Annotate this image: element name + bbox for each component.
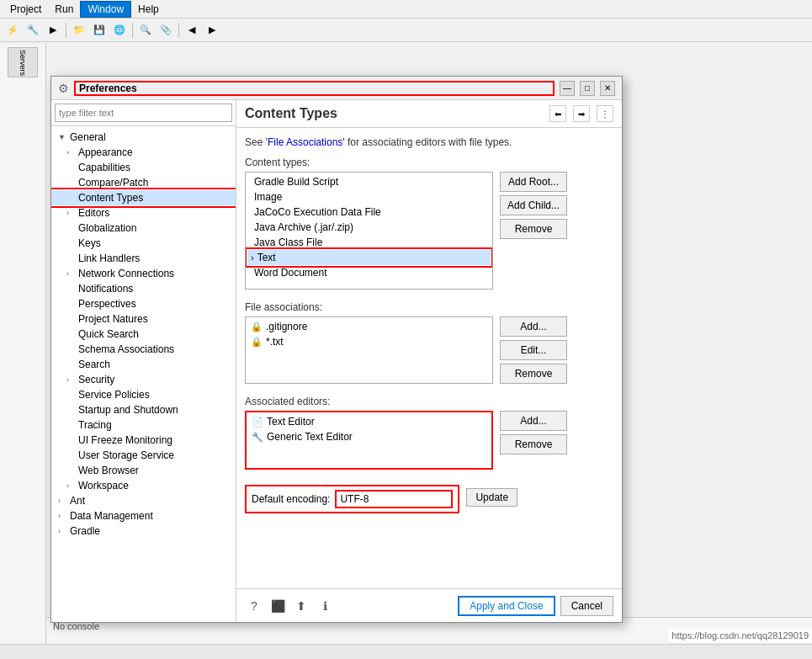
tree-arrow-startup bbox=[66, 406, 77, 414]
tree-label-compare: Compare/Patch bbox=[78, 177, 148, 189]
tree-scroll[interactable]: ▼ General › Appearance Capabilities bbox=[51, 126, 236, 622]
file-assoc-label: File associations: bbox=[245, 301, 613, 313]
tree-item-workspace[interactable]: › Workspace bbox=[51, 478, 236, 493]
dialog-close-btn[interactable]: ✕ bbox=[600, 81, 615, 96]
tree-item-tracing[interactable]: Tracing bbox=[51, 417, 236, 433]
apply-close-btn[interactable]: Apply and Close bbox=[458, 596, 555, 616]
tree-item-capabilities[interactable]: Capabilities bbox=[51, 160, 236, 175]
filter-input[interactable] bbox=[55, 104, 232, 122]
list-item-gitignore[interactable]: 🔒 .gitignore bbox=[247, 319, 491, 334]
add-assoc-btn[interactable]: Add... bbox=[500, 316, 567, 337]
toolbar-btn-1[interactable]: ⚡ bbox=[3, 21, 22, 40]
list-item-generic-editor[interactable]: 🔧 Generic Text Editor bbox=[248, 429, 490, 444]
list-item-jacoco-label: JaCoCo Execution Data File bbox=[254, 206, 381, 218]
footer-help-btn[interactable]: ? bbox=[245, 597, 263, 615]
tree-item-data-mgmt[interactable]: › Data Management bbox=[51, 508, 236, 523]
footer-export-btn[interactable]: ⬆ bbox=[292, 597, 310, 615]
tree-item-globalization[interactable]: Globalization bbox=[51, 221, 236, 236]
assoc-editors-btn-group: Add... Remove bbox=[500, 411, 567, 454]
toolbar-btn-10[interactable]: ▶ bbox=[203, 21, 221, 40]
tree-label-user-storage: User Storage Service bbox=[78, 449, 174, 461]
tree-label-startup: Startup and Shutdown bbox=[78, 404, 178, 416]
header-nav-back[interactable]: ⬅ bbox=[549, 105, 566, 122]
tree-item-keys[interactable]: Keys bbox=[51, 236, 236, 251]
remove-content-btn[interactable]: Remove bbox=[500, 219, 567, 239]
tree-item-project-natures[interactable]: Project Natures bbox=[51, 311, 236, 327]
tree-item-ant[interactable]: › Ant bbox=[51, 493, 236, 508]
dialog-minimize-btn[interactable]: — bbox=[560, 81, 575, 96]
tree-item-gradle[interactable]: › Gradle bbox=[51, 523, 236, 539]
side-icon-servers[interactable]: Servers bbox=[8, 47, 38, 77]
toolbar-btn-9[interactable]: ◀ bbox=[183, 21, 201, 40]
remove-editor-btn[interactable]: Remove bbox=[500, 434, 567, 454]
tree-item-perspectives[interactable]: Perspectives bbox=[51, 296, 236, 311]
list-item-jacoco[interactable]: JaCoCo Execution Data File bbox=[247, 205, 491, 220]
toolbar-btn-5[interactable]: 💾 bbox=[90, 21, 109, 40]
list-item-generic-editor-label: Generic Text Editor bbox=[267, 431, 353, 443]
tree-item-ui-freeze[interactable]: UI Freeze Monitoring bbox=[51, 433, 236, 448]
right-header: Content Types ⬅ ➡ ⋮ bbox=[236, 100, 622, 128]
tree-item-search[interactable]: Search bbox=[51, 357, 236, 372]
list-item-txt[interactable]: 🔒 *.txt bbox=[247, 334, 491, 349]
preferences-dialog: ⚙ Preferences — □ ✕ ▼ General bbox=[50, 76, 623, 623]
encoding-section: Default encoding: bbox=[245, 485, 459, 513]
tree-item-general[interactable]: ▼ General bbox=[51, 130, 236, 145]
tree-label-link-handlers: Link Handlers bbox=[78, 252, 140, 264]
list-item-java-archive[interactable]: Java Archive (.jar/.zip) bbox=[247, 220, 491, 235]
tree-item-network[interactable]: › Network Connections bbox=[51, 266, 236, 281]
add-child-btn[interactable]: Add Child... bbox=[500, 195, 567, 215]
dialog-maximize-btn[interactable]: □ bbox=[580, 81, 595, 96]
tree-item-quick-search[interactable]: Quick Search bbox=[51, 327, 236, 342]
gitignore-lock-icon: 🔒 bbox=[251, 322, 263, 332]
cancel-btn[interactable]: Cancel bbox=[560, 596, 613, 616]
tree-item-service-policies[interactable]: Service Policies bbox=[51, 387, 236, 402]
toolbar-btn-7[interactable]: 🔍 bbox=[136, 21, 155, 40]
tree-item-link-handlers[interactable]: Link Handlers bbox=[51, 251, 236, 266]
tree-item-security[interactable]: › Security bbox=[51, 372, 236, 387]
tree-item-content-types[interactable]: Content Types bbox=[51, 190, 236, 205]
list-item-java-class[interactable]: Java Class File bbox=[247, 235, 491, 250]
update-encoding-btn[interactable]: Update bbox=[466, 488, 517, 507]
footer-info-btn[interactable]: ℹ bbox=[316, 597, 334, 615]
tree-arrow-project-natures bbox=[66, 315, 77, 323]
tree-item-appearance[interactable]: › Appearance bbox=[51, 145, 236, 160]
tree-item-user-storage[interactable]: User Storage Service bbox=[51, 448, 236, 463]
menu-project[interactable]: Project bbox=[3, 2, 48, 17]
menu-run[interactable]: Run bbox=[48, 2, 80, 17]
tree-item-web-browser[interactable]: Web Browser bbox=[51, 463, 236, 478]
assoc-editors-list[interactable]: 📄 Text Editor 🔧 Generic Text Editor bbox=[245, 411, 493, 470]
list-item-text-editor[interactable]: 📄 Text Editor bbox=[248, 414, 490, 429]
file-assoc-link[interactable]: 'File Associations' bbox=[266, 136, 345, 148]
toolbar-btn-6[interactable]: 🌐 bbox=[110, 21, 129, 40]
edit-assoc-btn[interactable]: Edit... bbox=[500, 340, 567, 360]
toolbar-btn-8[interactable]: 📎 bbox=[157, 21, 175, 40]
toolbar-btn-3[interactable]: ▶ bbox=[44, 21, 62, 40]
footer-restore-btn[interactable]: ⬛ bbox=[268, 597, 287, 615]
tree-item-editors[interactable]: › Editors bbox=[51, 205, 236, 221]
list-item-txt-label: *.txt bbox=[266, 336, 284, 348]
tree-arrow-content-types bbox=[66, 194, 77, 202]
list-item-image-label: Image bbox=[254, 191, 282, 203]
content-types-list[interactable]: Gradle Build Script Image JaCoCo Executi… bbox=[245, 172, 493, 290]
header-nav-menu[interactable]: ⋮ bbox=[597, 105, 613, 122]
toolbar-btn-4[interactable]: 📁 bbox=[70, 21, 88, 40]
menu-window[interactable]: Window bbox=[80, 1, 131, 18]
file-assoc-list[interactable]: 🔒 .gitignore 🔒 *.txt bbox=[245, 316, 493, 384]
tree-arrow-notifications bbox=[66, 284, 77, 293]
tree-item-startup[interactable]: Startup and Shutdown bbox=[51, 402, 236, 417]
tree-item-notifications[interactable]: Notifications bbox=[51, 281, 236, 296]
dialog-title-icon: ⚙ bbox=[58, 82, 69, 95]
menu-help[interactable]: Help bbox=[131, 2, 166, 17]
tree-item-compare[interactable]: Compare/Patch bbox=[51, 175, 236, 190]
tree-item-schema[interactable]: Schema Associations bbox=[51, 342, 236, 357]
toolbar-btn-2[interactable]: 🔧 bbox=[24, 21, 42, 40]
encoding-input[interactable] bbox=[335, 490, 453, 508]
list-item-image[interactable]: Image bbox=[247, 189, 491, 205]
remove-assoc-btn[interactable]: Remove bbox=[500, 364, 567, 384]
list-item-text[interactable]: › Text bbox=[247, 250, 491, 265]
header-nav-forward[interactable]: ➡ bbox=[573, 105, 590, 122]
add-root-btn[interactable]: Add Root... bbox=[500, 172, 567, 192]
list-item-word[interactable]: Word Document bbox=[247, 265, 491, 280]
list-item-gradle[interactable]: Gradle Build Script bbox=[247, 174, 491, 189]
add-editor-btn[interactable]: Add... bbox=[500, 411, 567, 431]
